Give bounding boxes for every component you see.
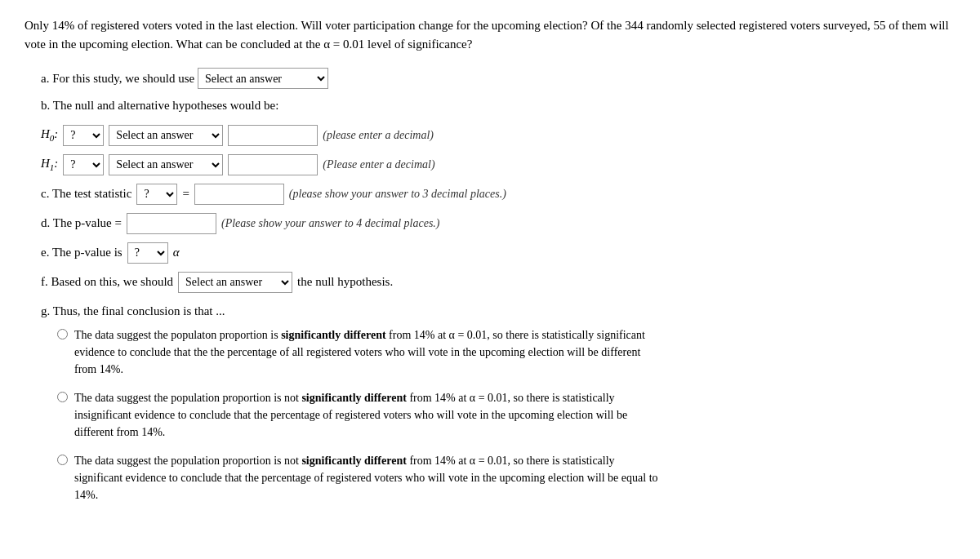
- part-d-paren: (Please show your answer to 4 decimal pl…: [221, 217, 440, 230]
- part-f-prefix: f. Based on this, we should: [41, 275, 173, 289]
- question-intro: Only 14% of registered voters voted in t…: [24, 16, 956, 53]
- h1-paren: (Please enter a decimal): [323, 158, 434, 171]
- h1-answer-select[interactable]: Select an answer p = 0.14 p ≠ 0.14 p < 0…: [109, 154, 223, 175]
- part-g-prefix: g. Thus, the final conclusion is that ..…: [41, 304, 225, 317]
- h0-symbol-select[interactable]: ? = ≠ < > ≤ ≥: [63, 125, 104, 146]
- part-a: a. For this study, we should use Select …: [41, 68, 956, 89]
- h1-row: H1: ? = ≠ < > ≤ ≥ Select an answer p = 0…: [41, 154, 956, 175]
- part-e-row: e. The p-value is ? < > = ≤ ≥ α: [41, 242, 956, 264]
- h0-row: H0: ? = ≠ < > ≤ ≥ Select an answer p = 0…: [41, 125, 956, 146]
- radio-label-1: The data suggest the populaton proportio…: [74, 326, 662, 378]
- part-a-prefix: a. For this study, we should use: [41, 72, 194, 85]
- h0-paren: (please enter a decimal): [323, 129, 434, 142]
- h1-value-input[interactable]: [228, 154, 318, 175]
- part-g-heading: g. Thus, the final conclusion is that ..…: [41, 301, 956, 322]
- part-e-symbol-select[interactable]: ? < > = ≤ ≥: [127, 242, 168, 264]
- part-c-input[interactable]: [194, 184, 284, 205]
- h0-value-input[interactable]: [228, 125, 318, 146]
- radio-button-3[interactable]: [57, 455, 68, 465]
- part-f-select[interactable]: Select an answer reject fail to reject a…: [178, 272, 292, 293]
- part-d-row: d. The p-value = (Please show your answe…: [41, 213, 956, 234]
- h1-symbol-select[interactable]: ? = ≠ < > ≤ ≥: [63, 154, 104, 175]
- part-e-alpha: α: [173, 246, 180, 260]
- part-b-text: b. The null and alternative hypotheses w…: [41, 99, 278, 112]
- h0-answer-select[interactable]: Select an answer p = 0.14 p ≠ 0.14 p < 0…: [109, 125, 223, 146]
- radio-label-3: The data suggest the population proporti…: [74, 452, 662, 504]
- part-c-row: c. The test statistic ? = ≠ < > = (pleas…: [41, 184, 956, 205]
- h0-label: H0:: [41, 127, 58, 143]
- part-f-row: f. Based on this, we should Select an an…: [41, 272, 956, 293]
- part-c-prefix: c. The test statistic: [41, 187, 131, 201]
- part-c-symbol-select[interactable]: ? = ≠ < >: [136, 184, 177, 205]
- part-b: b. The null and alternative hypotheses w…: [41, 95, 956, 117]
- h1-label: H1:: [41, 157, 58, 172]
- part-e-prefix: e. The p-value is: [41, 246, 122, 260]
- radio-options-group: The data suggest the populaton proportio…: [57, 326, 956, 504]
- part-c-equals: =: [182, 187, 189, 201]
- part-d-prefix: d. The p-value =: [41, 216, 122, 230]
- part-d-input[interactable]: [127, 213, 216, 234]
- part-c-paren: (please show your answer to 3 decimal pl…: [289, 188, 506, 201]
- radio-button-1[interactable]: [57, 329, 68, 339]
- radio-item-2: The data suggest the population proporti…: [57, 389, 956, 441]
- radio-button-2[interactable]: [57, 392, 68, 402]
- part-f-suffix: the null hypothesis.: [297, 275, 393, 289]
- radio-item-1: The data suggest the populaton proportio…: [57, 326, 956, 378]
- radio-item-3: The data suggest the population proporti…: [57, 452, 956, 504]
- radio-label-2: The data suggest the population proporti…: [74, 389, 662, 441]
- part-a-select[interactable]: Select an answer z-test for proportion t…: [198, 68, 328, 89]
